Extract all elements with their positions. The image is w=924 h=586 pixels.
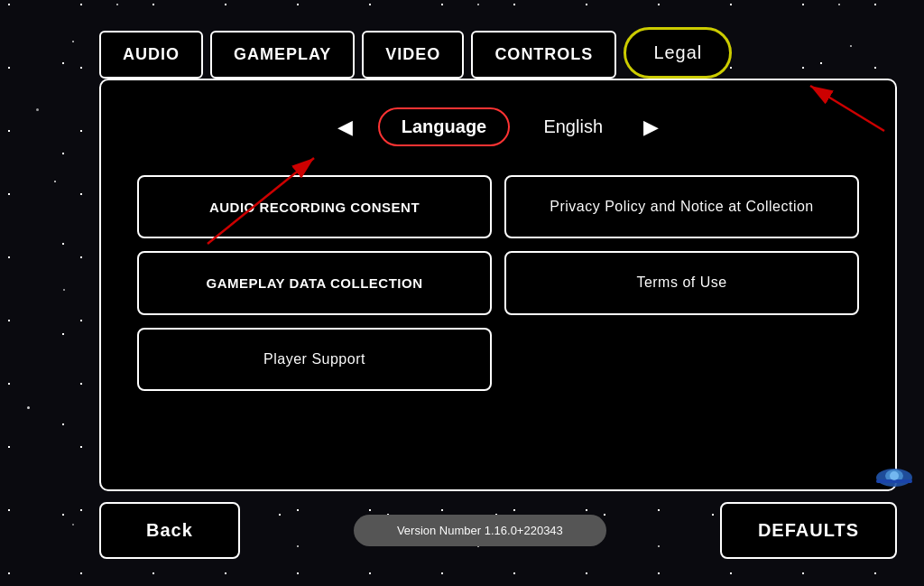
tab-legal[interactable]: Legal bbox=[624, 27, 732, 79]
tab-gameplay[interactable]: GAMEPLAY bbox=[210, 31, 355, 79]
content-panel: ◀ Language English ▶ AUDIO RECORDING CON… bbox=[99, 79, 897, 491]
terms-of-use-button[interactable]: Terms of Use bbox=[504, 251, 859, 314]
main-container: AUDIO GAMEPLAY VIDEO CONTROLS Legal ◀ La… bbox=[99, 27, 897, 559]
tab-video[interactable]: VIDEO bbox=[362, 31, 464, 79]
gameplay-data-collection-button[interactable]: GAMEPLAY DATA COLLECTION bbox=[137, 251, 492, 314]
tab-audio[interactable]: AUDIO bbox=[99, 31, 203, 79]
language-next-button[interactable]: ▶ bbox=[636, 112, 666, 143]
svg-point-7 bbox=[890, 471, 899, 480]
legal-buttons-grid: AUDIO RECORDING CONSENT Privacy Policy a… bbox=[128, 175, 868, 391]
bottom-bar: Back Version Number 1.16.0+220343 DEFAUL… bbox=[99, 491, 897, 559]
language-prev-button[interactable]: ◀ bbox=[330, 112, 360, 143]
tab-controls[interactable]: CONTROLS bbox=[471, 31, 616, 79]
language-label: Language bbox=[378, 107, 510, 146]
player-support-button[interactable]: Player Support bbox=[137, 328, 492, 391]
tabs-row: AUDIO GAMEPLAY VIDEO CONTROLS Legal bbox=[99, 27, 897, 79]
language-value: English bbox=[528, 116, 618, 137]
back-button[interactable]: Back bbox=[99, 502, 240, 559]
version-badge: Version Number 1.16.0+220343 bbox=[354, 515, 606, 546]
privacy-policy-button[interactable]: Privacy Policy and Notice at Collection bbox=[504, 175, 859, 238]
audio-recording-consent-button[interactable]: AUDIO RECORDING CONSENT bbox=[137, 175, 492, 238]
defaults-button[interactable]: DEFAULTS bbox=[720, 502, 897, 559]
language-row: ◀ Language English ▶ bbox=[128, 98, 868, 161]
